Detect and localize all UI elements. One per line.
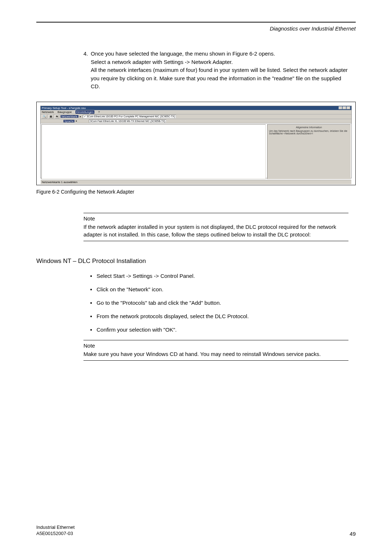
maximize-icon[interactable]: □ xyxy=(343,106,346,109)
step-line3: All the network interfaces (maximum of f… xyxy=(91,66,348,91)
header-rule xyxy=(36,22,356,23)
bullet-1: Select Start -> Settings -> Control Pane… xyxy=(90,273,348,279)
footer-left: Industrial Ethernet A5E00152007-03 xyxy=(36,524,75,537)
note-rule-top xyxy=(83,213,348,213)
menu-baugruppe[interactable]: Baugruppe xyxy=(58,110,72,114)
toolbar-row2: Sprache ▸ 3Com Fast EtherLink XL 10/100 … xyxy=(41,119,351,123)
bullet-list: Select Start -> Settings -> Control Pane… xyxy=(90,273,348,333)
note2-title: Note xyxy=(83,343,348,349)
step-line1: Once you have selected the language, the… xyxy=(91,50,275,57)
sprache-label[interactable]: Sprache xyxy=(64,120,74,122)
menubar: Netzwerk Baugruppe Einstellungen ? xyxy=(41,110,351,114)
step-line2: Select a network adapter with Settings -… xyxy=(91,58,348,66)
netzwerkkarte-label[interactable]: Netzwerkkarte xyxy=(61,115,78,118)
figure-caption: Figure 6-2 Configuring the Network Adapt… xyxy=(36,189,356,195)
note-rule-bottom xyxy=(83,241,348,241)
toolbar: 🔍 ▦ ⇆ Netzwerkkarte ▸ ✓ 3Com EtherLink 1… xyxy=(41,114,351,119)
bullet-5: Confirm your selection with "OK". xyxy=(90,327,348,333)
minimize-icon[interactable]: _ xyxy=(339,106,342,109)
note2-body: Make sure you have your Windows CD at ha… xyxy=(83,350,348,358)
page-footer: Industrial Ethernet A5E00152007-03 49 xyxy=(36,524,356,537)
footer-doc-title: Industrial Ethernet xyxy=(36,524,75,531)
window-controls: _ □ × xyxy=(339,106,350,110)
note-2: Note Make sure you have your Windows CD … xyxy=(83,340,348,361)
menu-einstellungen[interactable]: Einstellungen xyxy=(75,110,94,114)
subheading-dlc: Windows NT – DLC Protocol Installation xyxy=(36,258,356,265)
toolbar-icon2[interactable]: ▦ xyxy=(49,115,53,118)
step-number: 4. xyxy=(83,50,91,58)
page-number: 49 xyxy=(350,531,356,537)
bullet-2: Click on the "Network" icon. xyxy=(90,286,348,292)
bullet-3: Go to the "Protocols" tab and click the … xyxy=(90,300,348,306)
close-icon[interactable]: × xyxy=(347,106,350,109)
submenu-arrow-icon: ▸ xyxy=(80,115,81,118)
figure-screenshot: Primary Setup Tool - s7wrgste.ssu _ □ × … xyxy=(36,102,356,185)
adapter-option-2[interactable]: 3Com Fast EtherLink XL 10/100 Mb TX Ethe… xyxy=(89,119,166,123)
step-4: 4.Once you have selected the language, t… xyxy=(83,50,348,91)
left-panel xyxy=(41,124,266,179)
section-title: Diagnostics over Industrial Ethernet xyxy=(36,24,356,32)
toolbar-icon[interactable]: 🔍 xyxy=(42,115,47,118)
window-body: Allgemeine Information Um das Netzwerk n… xyxy=(41,123,351,180)
info-header: Allgemeine Information xyxy=(269,126,349,129)
menu-help[interactable]: ? xyxy=(98,110,99,114)
note-1: Note If the network adapter installed in… xyxy=(83,213,348,242)
note2-rule-top xyxy=(83,340,348,340)
adapter-option-1[interactable]: ✓ 3Com EtherLink 10/100 PCI For Complete… xyxy=(83,115,176,118)
toolbar-icon3[interactable]: ⇆ xyxy=(55,115,59,118)
bullet-4: From the network protocols displayed, se… xyxy=(90,313,348,319)
statusbar: Netzwerkkarte 1 auswählen xyxy=(41,180,351,184)
info-text: Um das Netzwerk nach Baugruppen zu durch… xyxy=(269,130,349,135)
note-body: If the network adapter installed in your… xyxy=(83,223,348,239)
window-title-text: Primary Setup Tool - s7wrgste.ssu xyxy=(42,106,86,110)
menu-netzwerk[interactable]: Netzwerk xyxy=(42,110,54,114)
note2-rule-bottom xyxy=(83,360,348,361)
spacer2: ▸ xyxy=(76,119,87,122)
window-titlebar: Primary Setup Tool - s7wrgste.ssu _ □ × xyxy=(41,106,351,110)
note-title: Note xyxy=(83,215,348,222)
app-window: Primary Setup Tool - s7wrgste.ssu _ □ × … xyxy=(40,106,352,178)
footer-doc-id: A5E00152007-03 xyxy=(36,531,75,537)
right-panel: Allgemeine Information Um das Netzwerk n… xyxy=(267,124,351,179)
